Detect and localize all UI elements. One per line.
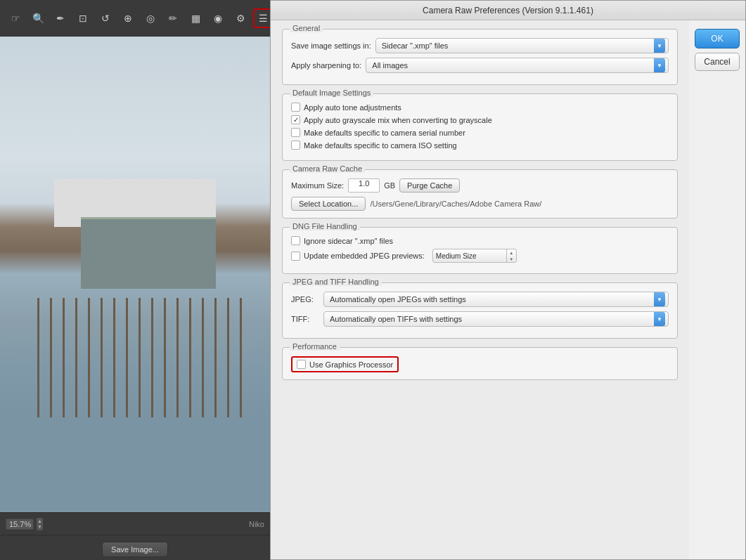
heal-tool-icon[interactable]: ⊕ xyxy=(118,8,138,28)
redeye-tool-icon[interactable]: ◎ xyxy=(141,8,160,28)
image-preview xyxy=(0,37,270,512)
image-panel: 15.7% ▲ ▼ Niko Save Image... xyxy=(0,37,271,560)
zoom-value: 15.7% xyxy=(6,519,34,530)
checkbox-row-1: Apply auto tone adjustments xyxy=(291,103,669,112)
section-performance-title: Performance xyxy=(290,342,340,351)
zoom-down-arrow[interactable]: ▼ xyxy=(37,524,42,530)
serial-number-checkbox[interactable] xyxy=(291,128,300,137)
section-dng-title: DNG File Handling xyxy=(290,222,360,230)
section-default-image-settings: Default Image Settings Apply auto tone a… xyxy=(282,93,678,161)
ok-button[interactable]: OK xyxy=(695,37,740,48)
auto-grayscale-checkbox[interactable] xyxy=(291,115,300,124)
app-window: ☞ 🔍 ✒ ⊡ ↺ ⊕ ◎ ✏ ▦ ◉ ⚙ ☰ xyxy=(0,0,746,560)
brush-tool-icon[interactable]: ✏ xyxy=(163,8,183,28)
preview-size-down-arrow[interactable]: ▼ xyxy=(507,256,516,262)
jpeg-select-arrow[interactable]: ▼ xyxy=(654,292,665,306)
use-graphics-processor-checkbox[interactable] xyxy=(297,360,306,369)
section-jpeg-tiff: JPEG and TIFF Handling JPEG: Automatical… xyxy=(282,282,678,339)
save-settings-select[interactable]: Sidecar ".xmp" files ▼ xyxy=(375,38,669,53)
radial-tool-icon[interactable]: ◉ xyxy=(208,8,228,28)
save-image-button[interactable]: Save Image... xyxy=(102,542,168,557)
save-settings-arrow[interactable]: ▼ xyxy=(654,39,665,53)
select-location-button[interactable]: Select Location... xyxy=(291,197,366,211)
dng-checkbox-row-2: Update embedded JPEG previews: Medium Si… xyxy=(291,249,669,263)
apply-sharpening-label: Apply sharpening to: xyxy=(291,61,361,70)
auto-grayscale-label: Apply auto grayscale mix when converting… xyxy=(304,116,492,124)
harbor-building xyxy=(81,217,216,289)
save-settings-value: Sidecar ".xmp" files xyxy=(379,41,654,50)
dng-checkbox-row-1: Ignore sidecar ".xmp" files xyxy=(291,236,669,245)
section-camera-raw-cache: Camera Raw Cache Maximum Size: 1.0 GB Pu… xyxy=(282,169,678,219)
eyedropper-tool-icon[interactable]: ✒ xyxy=(51,8,70,28)
max-size-label: Maximum Size: xyxy=(291,181,344,190)
preview-size-select[interactable]: Medium Size ▲ ▼ xyxy=(432,249,517,263)
section-dng-file-handling: DNG File Handling Ignore sidecar ".xmp" … xyxy=(282,227,678,274)
cache-size-row: Maximum Size: 1.0 GB Purge Cache xyxy=(291,178,669,193)
location-path: /Users/Gene/Library/Caches/Adobe Camera … xyxy=(370,200,541,208)
camera-label: Niko xyxy=(249,520,264,528)
preferences-dialog: Camera Raw Preferences (Version 9.1.1.46… xyxy=(270,37,746,560)
jpeg-value: Automatically open JPEGs with settings xyxy=(327,295,654,304)
apply-sharpening-arrow[interactable]: ▼ xyxy=(654,58,665,72)
auto-tone-label: Apply auto tone adjustments xyxy=(304,103,401,112)
harbor-image-bg xyxy=(0,37,270,512)
crop-tool-icon[interactable]: ⊡ xyxy=(73,8,93,28)
max-size-input[interactable]: 1.0 xyxy=(348,178,380,193)
dialog-content: General Save image settings in: Sidecar … xyxy=(271,37,689,559)
section-performance: Performance Use Graphics Processor xyxy=(282,347,678,380)
dialog-body: General Save image settings in: Sidecar … xyxy=(271,37,745,559)
serial-number-label: Make defaults specific to camera serial … xyxy=(304,129,465,137)
update-jpeg-label: Update embedded JPEG previews: xyxy=(304,252,425,260)
tiff-value: Automatically open TIFFs with settings xyxy=(327,315,654,323)
ignore-sidecar-checkbox[interactable] xyxy=(291,236,300,245)
zoom-up-arrow[interactable]: ▲ xyxy=(37,519,42,524)
preview-size-value: Medium Size xyxy=(433,252,506,260)
dialog-buttons: OK Cancel xyxy=(689,37,745,559)
section-general-content: Save image settings in: Sidecar ".xmp" f… xyxy=(291,38,669,73)
section-performance-content: Use Graphics Processor xyxy=(291,356,669,372)
harbor-piers xyxy=(27,298,243,417)
section-cache-title: Camera Raw Cache xyxy=(290,164,365,173)
tiff-row: TIFF: Automatically open TIFFs with sett… xyxy=(291,311,669,327)
auto-tone-checkbox[interactable] xyxy=(291,103,300,112)
section-dng-content: Ignore sidecar ".xmp" files Update embed… xyxy=(291,236,669,263)
zoom-arrows[interactable]: ▲ ▼ xyxy=(37,518,43,530)
section-jpeg-tiff-title: JPEG and TIFF Handling xyxy=(290,278,382,286)
preview-size-arrows[interactable]: ▲ ▼ xyxy=(506,249,516,262)
harbor-photo xyxy=(0,37,270,512)
tiff-select-arrow[interactable]: ▼ xyxy=(654,312,665,326)
iso-setting-checkbox[interactable] xyxy=(291,141,300,150)
apply-sharpening-select[interactable]: All images ▼ xyxy=(366,58,669,73)
iso-setting-label: Make defaults specific to camera ISO set… xyxy=(304,141,457,150)
hand-tool-icon[interactable]: ☞ xyxy=(6,8,25,28)
cancel-button[interactable]: Cancel xyxy=(695,53,740,71)
checkbox-row-4: Make defaults specific to camera ISO set… xyxy=(291,141,669,150)
save-area: Save Image... xyxy=(0,535,270,560)
section-general: General Save image settings in: Sidecar … xyxy=(282,37,678,85)
zoom-tool-icon[interactable]: 🔍 xyxy=(28,8,48,28)
checkbox-row-2: Apply auto grayscale mix when converting… xyxy=(291,115,669,124)
zoom-controls: 15.7% ▲ ▼ xyxy=(6,518,43,530)
gradient-tool-icon[interactable]: ▦ xyxy=(186,8,205,28)
purge-cache-button[interactable]: Purge Cache xyxy=(399,178,460,193)
section-default-title: Default Image Settings xyxy=(290,89,373,97)
status-bar: 15.7% ▲ ▼ Niko xyxy=(0,512,270,535)
jpeg-row: JPEG: Automatically open JPEGs with sett… xyxy=(291,292,669,307)
checkbox-row-3: Make defaults specific to camera serial … xyxy=(291,128,669,137)
ignore-sidecar-label: Ignore sidecar ".xmp" files xyxy=(304,237,393,245)
rotate-tool-icon[interactable]: ↺ xyxy=(96,8,115,28)
adjustment-tool-icon[interactable]: ⚙ xyxy=(231,8,250,28)
tiff-label: TIFF: xyxy=(291,315,319,323)
jpeg-label: JPEG: xyxy=(291,295,319,304)
tiff-select[interactable]: Automatically open TIFFs with settings ▼ xyxy=(323,311,669,327)
section-default-content: Apply auto tone adjustments Apply auto g… xyxy=(291,103,669,150)
content-area: 15.7% ▲ ▼ Niko Save Image... Camera Raw … xyxy=(0,37,746,560)
apply-sharpening-row: Apply sharpening to: All images ▼ xyxy=(291,58,669,73)
apply-sharpening-value: All images xyxy=(369,61,654,70)
preview-size-up-arrow[interactable]: ▲ xyxy=(507,249,516,256)
gb-label: GB xyxy=(384,181,395,190)
use-graphics-processor-highlight: Use Graphics Processor xyxy=(291,356,399,372)
jpeg-select[interactable]: Automatically open JPEGs with settings ▼ xyxy=(323,292,669,307)
update-jpeg-checkbox[interactable] xyxy=(291,252,300,261)
section-jpeg-tiff-content: JPEG: Automatically open JPEGs with sett… xyxy=(291,292,669,327)
